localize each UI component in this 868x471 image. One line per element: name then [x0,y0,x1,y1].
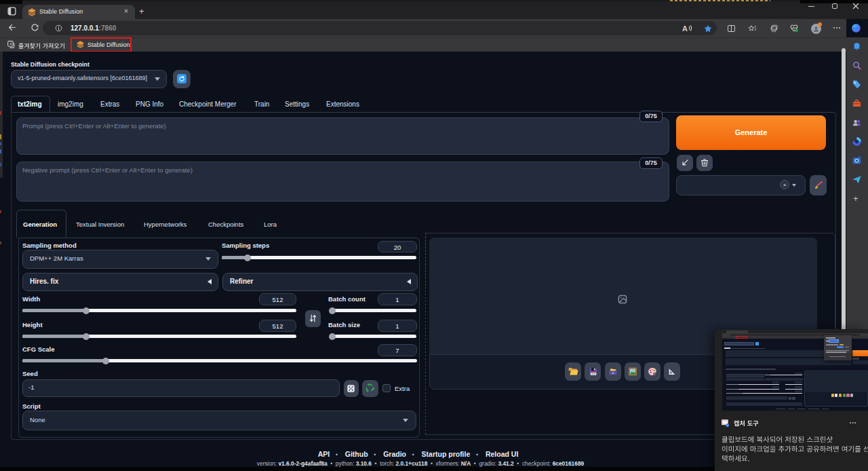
svg-text:A: A [682,24,688,33]
